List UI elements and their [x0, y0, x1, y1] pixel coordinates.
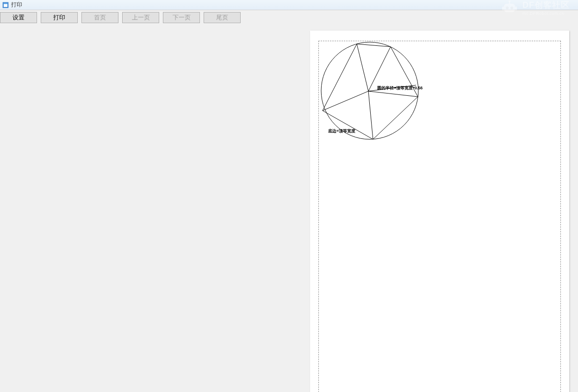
last-page-button[interactable]: 尾页	[204, 12, 241, 23]
settings-button[interactable]: 设置	[0, 12, 37, 23]
svg-line-8	[323, 44, 357, 111]
watermark-subtitle: mc.DFRobot.com.cn	[522, 11, 570, 16]
preview-area: 圆的半径=顶等宽度*0.56 底边=顶等宽度	[0, 25, 578, 392]
preview-page: 圆的半径=顶等宽度*0.56 底边=顶等宽度	[310, 31, 569, 392]
print-button[interactable]: 打印	[41, 12, 78, 23]
robot-icon	[501, 0, 518, 17]
svg-line-10	[368, 47, 391, 91]
radius-annotation: 圆的半径=顶等宽度*0.56	[377, 85, 423, 91]
prev-page-button[interactable]: 上一页	[122, 12, 159, 23]
svg-line-9	[357, 44, 368, 91]
svg-rect-2	[4, 3, 7, 4]
side-annotation: 底边=顶等宽度	[328, 128, 355, 134]
window-title: 打印	[11, 1, 22, 9]
watermark-text: DF创客社区 mc.DFRobot.com.cn	[522, 0, 570, 16]
svg-rect-21	[515, 6, 517, 10]
svg-point-16	[509, 0, 510, 2]
svg-line-11	[368, 91, 418, 97]
watermark-title: DF创客社区	[522, 0, 570, 11]
svg-line-13	[323, 91, 368, 111]
window-icon	[2, 1, 9, 9]
first-page-button[interactable]: 首页	[81, 12, 118, 23]
svg-point-18	[506, 6, 509, 9]
svg-line-7	[323, 111, 373, 139]
svg-point-19	[510, 6, 513, 9]
svg-line-6	[373, 97, 418, 139]
titlebar: 打印	[0, 0, 578, 10]
svg-line-12	[368, 91, 373, 139]
toolbar: 设置 打印 首页 上一页 下一页 尾页	[0, 10, 578, 25]
geometry-drawing	[319, 41, 439, 162]
watermark: DF创客社区 mc.DFRobot.com.cn	[501, 0, 570, 17]
next-page-button[interactable]: 下一页	[163, 12, 200, 23]
preview-content-margin: 圆的半径=顶等宽度*0.56 底边=顶等宽度	[318, 41, 561, 392]
svg-rect-17	[504, 4, 515, 12]
svg-line-4	[357, 44, 391, 47]
svg-rect-20	[502, 6, 504, 10]
